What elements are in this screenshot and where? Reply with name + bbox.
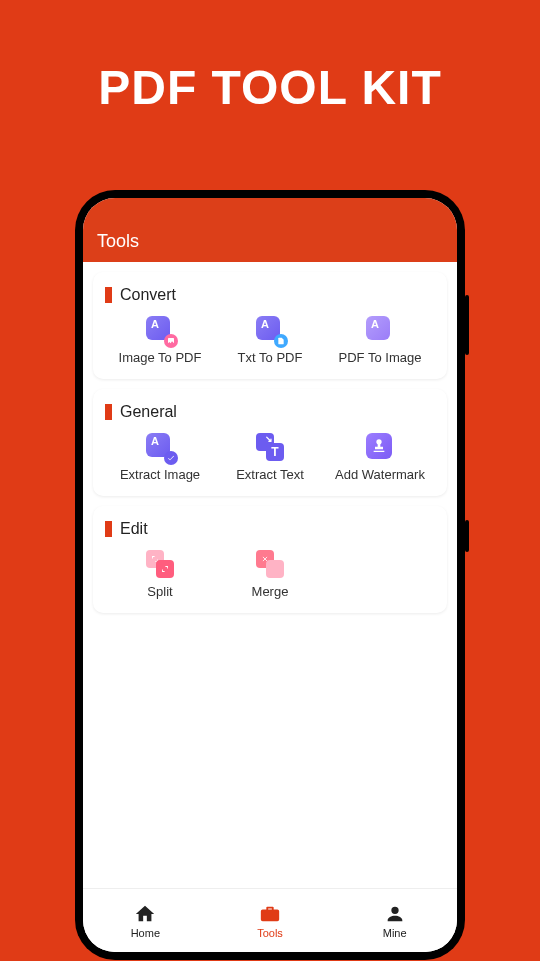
tool-row: Image To PDF Txt To PDF PDF To Imag [105,316,435,365]
tools-icon [259,903,281,925]
person-icon [384,903,406,925]
tool-extract-text[interactable]: T Extract Text [215,433,325,482]
split-icon [146,550,174,578]
tool-pdf-to-image[interactable]: PDF To Image [325,316,435,365]
bottom-nav: Home Tools Mine [83,888,457,952]
tool-label: Add Watermark [335,467,425,482]
section-marker-icon [105,404,112,420]
tool-row: Extract Image T Extract Text [105,433,435,482]
tool-row: Split Merge [105,550,435,599]
section-marker-icon [105,521,112,537]
tool-label: Extract Image [120,467,200,482]
section-edit: Edit Split [93,506,447,613]
nav-tools[interactable]: Tools [208,889,333,952]
nav-home[interactable]: Home [83,889,208,952]
tool-label: Merge [252,584,289,599]
phone-frame: Tools Convert Image To PDF [75,190,465,960]
tool-label: PDF To Image [339,350,422,365]
image-to-pdf-icon [146,316,174,344]
nav-mine[interactable]: Mine [332,889,457,952]
merge-icon [256,550,284,578]
tool-extract-image[interactable]: Extract Image [105,433,215,482]
add-watermark-icon [366,433,394,461]
phone-side-button [465,520,469,552]
app-bar: Tools [83,198,457,262]
tool-add-watermark[interactable]: Add Watermark [325,433,435,482]
section-general: General Extract Image [93,389,447,496]
nav-label: Home [131,927,160,939]
tool-label: Split [147,584,172,599]
nav-label: Mine [383,927,407,939]
tool-image-to-pdf[interactable]: Image To PDF [105,316,215,365]
tool-merge[interactable]: Merge [215,550,325,599]
tool-label: Txt To PDF [238,350,303,365]
tool-label: Extract Text [236,467,304,482]
section-header: Convert [105,286,435,304]
section-title: Edit [120,520,148,538]
phone-screen: Tools Convert Image To PDF [83,198,457,952]
home-icon [134,903,156,925]
tool-split[interactable]: Split [105,550,215,599]
section-header: General [105,403,435,421]
nav-label: Tools [257,927,283,939]
content-area: Convert Image To PDF [83,262,457,888]
tool-txt-to-pdf[interactable]: Txt To PDF [215,316,325,365]
phone-side-button [465,295,469,355]
extract-image-icon [146,433,174,461]
section-header: Edit [105,520,435,538]
appbar-title: Tools [97,231,139,252]
txt-to-pdf-icon [256,316,284,344]
section-title: Convert [120,286,176,304]
section-convert: Convert Image To PDF [93,272,447,379]
section-title: General [120,403,177,421]
extract-text-icon: T [256,433,284,461]
pdf-to-image-icon [366,316,394,344]
section-marker-icon [105,287,112,303]
tool-label: Image To PDF [119,350,202,365]
hero-title: PDF TOOL KIT [0,0,540,115]
